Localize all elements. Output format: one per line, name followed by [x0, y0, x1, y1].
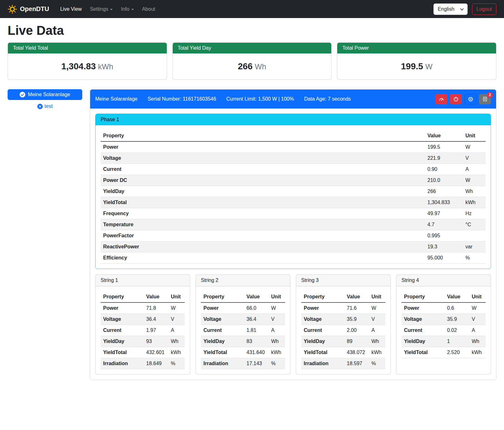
row-value: 266: [425, 186, 463, 197]
device-info-button[interactable]: [464, 94, 476, 104]
string-table: Property Value Unit Power: [201, 291, 285, 369]
row-property: Temperature: [101, 219, 425, 230]
sun-logo-icon: [8, 4, 17, 14]
table-row: Irradiation 17.143 %: [201, 358, 285, 369]
row-value: 35.9: [344, 314, 369, 325]
summary-card-total-yield-total: Total Yield Total 1,304.83kWh: [8, 42, 167, 80]
row-unit: V: [463, 153, 486, 164]
row-unit: %: [463, 252, 486, 264]
row-property: YieldDay: [401, 336, 445, 347]
summary-card-title: Total Yield Total: [8, 43, 167, 53]
row-value: 438.072: [344, 347, 369, 358]
row-unit: Wh: [369, 336, 385, 347]
row-value: 18.597: [344, 358, 369, 369]
row-value: 4.7: [425, 219, 463, 230]
phase-card-title: Phase 1: [96, 114, 491, 125]
table-row: YieldTotal 1,304.833 kWh: [101, 197, 486, 208]
phase-table: Property Value Unit Power: [101, 130, 486, 264]
row-value: 431.640: [244, 347, 269, 358]
summary-card-title: Total Power: [337, 43, 496, 53]
row-value: 66.0: [244, 302, 269, 314]
table-row: YieldDay 1 Wh: [401, 336, 486, 347]
event-log-button[interactable]: 2: [479, 94, 491, 104]
row-unit: V: [369, 314, 385, 325]
row-property: YieldTotal: [401, 347, 445, 358]
row-property: Irradiation: [301, 358, 344, 369]
row-unit: °C: [463, 219, 486, 230]
inverter-name: Meine Solaranlage: [95, 96, 137, 102]
column-header-property: Property: [301, 291, 344, 302]
row-value: 36.4: [244, 314, 269, 325]
brand[interactable]: OpenDTU: [8, 4, 49, 14]
row-value: 0.995: [425, 230, 463, 241]
row-property: Power: [201, 302, 244, 314]
cpu-chip-icon: [468, 96, 474, 102]
row-property: Current: [101, 164, 425, 175]
column-header-unit: Unit: [168, 291, 185, 302]
inverter-current-limit: Current Limit: 1,500 W | 100%: [226, 96, 294, 102]
string-table: Property Value Unit Power: [301, 291, 385, 369]
row-unit: Wh: [463, 186, 486, 197]
table-row: YieldTotal 432.601 kWh: [101, 347, 185, 358]
language-select[interactable]: English: [433, 3, 468, 15]
column-header-value: Value: [344, 291, 369, 302]
row-unit: %: [269, 358, 285, 369]
row-property: YieldTotal: [201, 347, 244, 358]
row-property: YieldDay: [301, 336, 344, 347]
event-count-badge: 2: [487, 92, 493, 98]
limit-settings-button[interactable]: [435, 94, 447, 104]
table-row: PowerFactor 0.995: [101, 230, 486, 241]
row-value: 93: [144, 336, 168, 347]
sidebar-inverter-label: Meine Solaranlage: [28, 92, 70, 97]
table-row: Current 1.97 A: [101, 325, 185, 336]
table-header-row: Property Value Unit: [301, 291, 385, 302]
column-header-unit: Unit: [469, 291, 486, 302]
string-card-2: String 2 Property Value Unit: [196, 274, 290, 375]
row-property: YieldTotal: [101, 347, 144, 358]
row-value: 221.9: [425, 153, 463, 164]
row-unit: W: [369, 302, 385, 314]
row-value: 83: [244, 336, 269, 347]
row-property: YieldDay: [201, 336, 244, 347]
table-row: YieldTotal 431.640 kWh: [201, 347, 285, 358]
summary-card-unit: kWh: [98, 62, 113, 71]
chevron-down-icon: [460, 7, 464, 10]
row-unit: V: [469, 314, 486, 325]
row-property: Voltage: [201, 314, 244, 325]
row-unit: A: [269, 325, 285, 336]
row-unit: A: [168, 325, 185, 336]
row-unit: kWh: [463, 197, 486, 208]
summary-cards-row: Total Yield Total 1,304.83kWh Total Yiel…: [8, 42, 496, 80]
row-property: Frequency: [101, 208, 425, 219]
power-button[interactable]: [450, 94, 462, 104]
logout-button[interactable]: Logout: [472, 3, 496, 15]
column-header-unit: Unit: [463, 130, 486, 141]
nav-item-settings[interactable]: Settings: [86, 4, 117, 15]
language-selected-value: English: [438, 6, 454, 12]
row-value: 210.0: [425, 175, 463, 186]
row-property: YieldDay: [101, 336, 144, 347]
nav-item-live-view[interactable]: Live View: [56, 4, 86, 15]
table-row: Current 2.00 A: [301, 325, 385, 336]
sidebar-item-test[interactable]: test: [8, 103, 82, 109]
row-value: 1: [445, 336, 469, 347]
string-card-1: String 1 Property Value Unit: [95, 274, 190, 375]
nav-item-info[interactable]: Info: [117, 4, 138, 15]
table-header-row: Property Value Unit: [101, 291, 185, 302]
row-value: 95.000: [425, 252, 463, 264]
string-card-4: String 4 Property Value Unit: [396, 274, 491, 375]
table-row: Voltage 36.4 V: [201, 314, 285, 325]
x-circle-icon: [37, 104, 43, 109]
chevron-down-icon: [110, 9, 113, 10]
row-unit: W: [463, 141, 486, 153]
row-property: Irradiation: [101, 358, 144, 369]
column-header-value: Value: [445, 291, 469, 302]
row-value: 1.81: [244, 325, 269, 336]
row-property: Irradiation: [201, 358, 244, 369]
sidebar-item-inverter[interactable]: Meine Solaranlage: [8, 89, 82, 100]
nav-item-about[interactable]: About: [138, 4, 159, 15]
column-header-property: Property: [201, 291, 244, 302]
row-value: 0.90: [425, 164, 463, 175]
phase-card: Phase 1 Property Value Unit: [95, 114, 491, 269]
row-value: 432.601: [144, 347, 168, 358]
